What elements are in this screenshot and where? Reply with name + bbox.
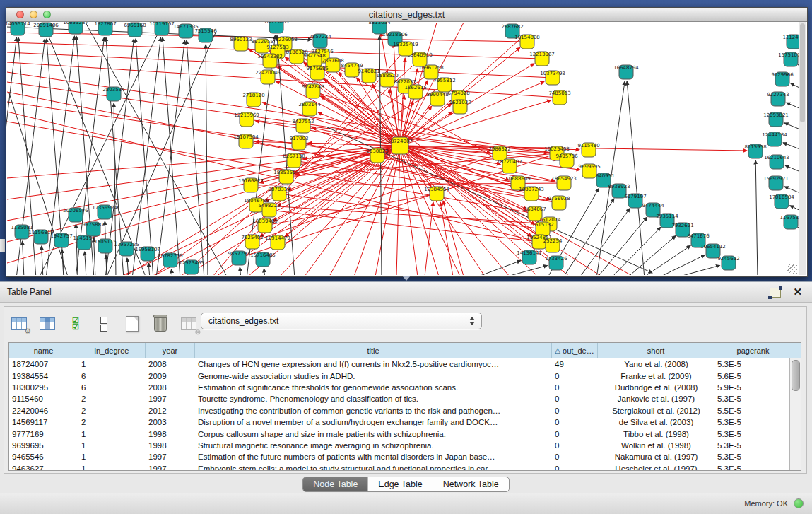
graph-node-label: 917003 [290,136,309,141]
table-vertical-scrollbar[interactable] [789,358,801,470]
graph-node-label: 16210643 [764,155,789,160]
close-panel-icon[interactable]: ✕ [793,286,802,298]
delete-table-button[interactable] [151,315,170,333]
graph-node-label: 18353594 [273,170,299,175]
graph-node-label: 17016504 [769,194,794,200]
graph-node-label: 2935114 [656,214,678,219]
graph-node-label: 17359924 [92,205,117,211]
graph-edge [107,31,216,275]
table-cell: 2008 [146,382,195,393]
network-scrollbar-thumb[interactable] [800,23,805,122]
graph-edge [400,100,551,146]
table-cell: 2009 [146,370,195,381]
node-table[interactable]: namein_degreeyeartitle△out_de…shortpager… [8,342,801,471]
graph-node-label: 2718120 [242,93,264,98]
table-source-select[interactable]: citations_edges.txt [201,313,482,329]
graph-edge [85,252,86,275]
table-row[interactable]: 1830029562008Estimation of significance … [9,382,801,393]
graph-node-label: 9474444 [642,203,664,209]
network-svg[interactable]: 1872400714055714200914061065528715278076… [6,22,806,275]
table-cell: Changes of HCN gene expression and I(f) … [195,358,552,370]
table-cell: 1997 [146,451,195,462]
graph-node-label: 1588520 [376,73,398,78]
graph-node-label: 9495796 [555,153,578,159]
table-row[interactable]: 1456911722003Disruption of a novel membe… [9,416,801,428]
column-header-out_de[interactable]: △out_de… [552,343,598,358]
table-cell: Tibbo et al. (1998) [598,428,714,439]
table-row[interactable]: 969969511998Structural magnetic resonanc… [9,440,801,451]
graph-node-label: 9242848 [302,84,324,90]
table-row[interactable]: 2242004622012Investigating the contribut… [9,405,801,416]
column-header-short[interactable]: short [598,343,714,358]
table-row[interactable]: 946362711997Embryonic stem cells: a mode… [9,463,801,471]
panel-splitter-handle[interactable] [402,276,411,281]
table-cell: Franke et al. (2009) [598,370,714,381]
table-cell: Dudbridge et al. (2008) [598,382,714,393]
graph-node-label: 16039489 [252,218,278,224]
graph-node-label: 8115958 [744,144,766,150]
graph-node-label: 8990448 [426,92,448,98]
graph-node-label: 2530029 [366,148,388,154]
graph-node-label: 16154808 [514,35,540,40]
table-scrollbar-thumb[interactable] [792,360,800,391]
graph-node-label: 19218506 [382,32,408,37]
graph-node-label: 8960123 [230,37,252,42]
graph-node-label: 8878334 [268,187,290,192]
row-height-button[interactable] [95,315,113,333]
table-cell: 0 [552,428,598,439]
network-vertical-scrollbar[interactable] [799,22,806,275]
table-cell: Stergiakouli et al. (2012) [598,405,714,416]
graph-node-label: 7625402 [241,235,263,240]
float-panel-icon[interactable] [770,288,781,298]
tab-node-table[interactable]: Node Table [303,477,368,491]
table-settings-button[interactable]: ⚙ [10,315,28,333]
table-cell: 1997 [146,393,195,404]
select-columns-button[interactable] [38,315,57,333]
network-window[interactable]: citations_edges.txt 18724007140557142009… [6,7,808,277]
graph-node-label: 20206576 [63,208,88,214]
column-header-name[interactable]: name [9,343,78,358]
graph-node-label: 7932621 [671,223,693,228]
tab-edge-table[interactable]: Edge Table [368,477,433,491]
table-cell: Jankovic et al. (1997) [598,393,714,404]
table-cell: 5.3E-5 [714,428,792,439]
graph-node-label: 7857224 [309,34,331,40]
table-row[interactable]: 977716911998Corpus callosum shape and si… [9,428,801,439]
graph-node-label: 9756928 [548,196,570,201]
table-source-value: citations_edges.txt [201,316,466,326]
table-cell: 6 [78,370,146,381]
table-row[interactable]: 1872400712008Changes of HCN gene express… [9,358,801,370]
table-cell: 5.9E-5 [714,382,792,393]
table-cell: Yano et al. (2008) [598,358,714,370]
table-row[interactable]: 911546021997Tourette syndrome. Phenomeno… [9,393,801,404]
graph-node-label: 2803144 [298,102,321,107]
select-rows-button[interactable]: ☑☑ [66,315,85,333]
graph-node-label: 12213967 [529,52,555,57]
table-cell: 49 [552,358,598,370]
graph-node-label: 16648794 [613,65,639,71]
graph-edge [396,146,400,275]
column-header-in_degree[interactable]: in_degree [78,343,146,358]
network-canvas[interactable]: 1872400714055714200914061065528715278076… [6,22,806,275]
tab-network-table[interactable]: Network Table [433,477,509,491]
window-resize-grip-icon[interactable] [787,264,797,274]
network-window-titlebar[interactable]: citations_edges.txt [6,8,807,22]
import-table-button[interactable]: ⊗ [180,315,198,333]
table-cell: 0 [552,370,598,381]
table-cell: 0 [552,440,598,451]
table-row[interactable]: 1938455462009Genome-wide association stu… [9,370,801,381]
graph-node-label: 18107554 [233,134,259,140]
new-table-button[interactable] [123,315,141,333]
column-header-title[interactable]: title [195,343,552,358]
column-header-year[interactable]: year [146,343,195,358]
table-cell: 2 [78,405,146,416]
table-cell: 5.6E-5 [714,370,792,381]
table-cell: 5.3E-5 [714,440,792,451]
table-cell: 1 [78,440,146,451]
graph-node-label: 7485063 [548,90,570,96]
table-row[interactable]: 946554611997Estimation of the future num… [9,451,801,462]
graph-node-label: 14136141 [517,250,542,256]
graph-edge [114,103,116,275]
column-header-pagerank[interactable]: pagerank [714,343,792,358]
table-cell: 5.5E-5 [714,405,792,416]
